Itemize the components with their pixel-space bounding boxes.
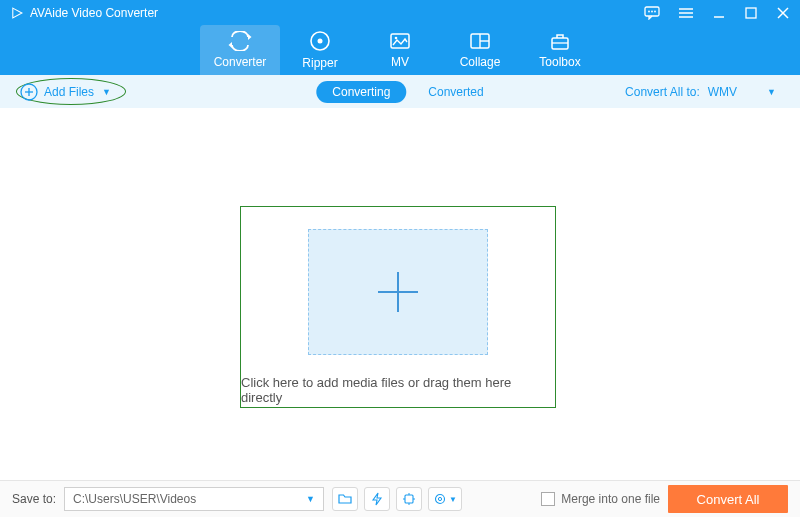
svg-marker-13 [229,42,233,48]
sub-toolbar: Add Files ▼ Converting Converted Convert… [0,75,800,108]
chip-icon [402,492,416,506]
format-select[interactable]: WMV ▼ [708,85,784,99]
bottom-bar: Save to: C:\Users\USER\Videos ▼ ▼ Merge … [0,480,800,517]
tab-label: MV [391,55,409,69]
tab-label: Ripper [302,56,337,70]
collage-icon [469,31,491,51]
dropzone[interactable]: Click here to add media files or drag th… [240,206,556,408]
svg-point-33 [438,497,441,500]
convert-all-label: Convert All to: [625,85,700,99]
convert-all-button[interactable]: Convert All [668,485,788,513]
main-area: Click here to add media files or drag th… [0,108,800,480]
chevron-down-icon: ▼ [102,87,111,97]
tab-collage[interactable]: Collage [440,25,520,75]
minimize-icon[interactable] [712,6,726,20]
dropzone-hint: Click here to add media files or drag th… [241,375,555,405]
merge-checkbox[interactable]: Merge into one file [541,492,660,506]
chevron-down-icon: ▼ [449,495,457,504]
dropzone-dashed-box [308,229,488,355]
save-path-value: C:\Users\USER\Videos [73,492,196,506]
add-files-button[interactable]: Add Files ▼ [16,79,131,105]
svg-point-15 [318,39,323,44]
logo-icon [10,6,24,20]
tab-toolbox[interactable]: Toolbox [520,25,600,75]
folder-icon [338,493,352,505]
close-icon[interactable] [776,6,790,20]
gear-icon [433,492,447,506]
app-title: AVAide Video Converter [30,6,158,20]
converter-icon [228,31,252,51]
save-path-dropdown[interactable]: C:\Users\USER\Videos ▼ [64,487,324,511]
status-tabs: Converting Converted [316,81,483,103]
svg-point-17 [395,37,398,40]
lightning-icon [370,492,384,506]
ripper-icon [309,30,331,52]
feedback-icon[interactable] [644,6,660,20]
mv-icon [389,31,411,51]
tab-label: Converter [214,55,267,69]
svg-point-3 [651,10,653,12]
format-selected-value: WMV [708,85,737,99]
svg-marker-26 [373,493,381,505]
tab-converted[interactable]: Converted [428,85,483,99]
svg-point-32 [436,495,445,504]
tab-label: Collage [460,55,501,69]
convert-all-to: Convert All to: WMV ▼ [625,85,784,99]
add-files-label: Add Files [44,85,94,99]
save-to-label: Save to: [12,492,56,506]
svg-point-4 [654,10,656,12]
hardware-button[interactable] [396,487,422,511]
svg-rect-27 [405,495,413,503]
plus-icon [376,270,420,314]
chevron-down-icon: ▼ [306,494,315,504]
toolbox-icon [549,31,571,51]
titlebar: AVAide Video Converter [0,0,800,25]
chevron-down-icon: ▼ [767,87,776,97]
tab-mv[interactable]: MV [360,25,440,75]
settings-button[interactable]: ▼ [428,487,462,511]
tab-ripper[interactable]: Ripper [280,25,360,75]
nav-tabs: Converter Ripper MV Collage Toolbox [0,25,800,75]
window-controls [644,6,790,20]
svg-point-2 [648,10,650,12]
gpu-accel-button[interactable] [364,487,390,511]
plus-circle-icon [20,83,38,101]
merge-label: Merge into one file [561,492,660,506]
maximize-icon[interactable] [744,6,758,20]
open-folder-button[interactable] [332,487,358,511]
tool-icons: ▼ [332,487,462,511]
svg-marker-0 [13,8,22,18]
menu-icon[interactable] [678,7,694,19]
svg-marker-12 [248,34,252,40]
checkbox-box [541,492,555,506]
app-logo: AVAide Video Converter [10,6,158,20]
svg-rect-9 [746,8,756,18]
tab-converting[interactable]: Converting [316,81,406,103]
tab-converter[interactable]: Converter [200,25,280,75]
tab-label: Toolbox [539,55,580,69]
